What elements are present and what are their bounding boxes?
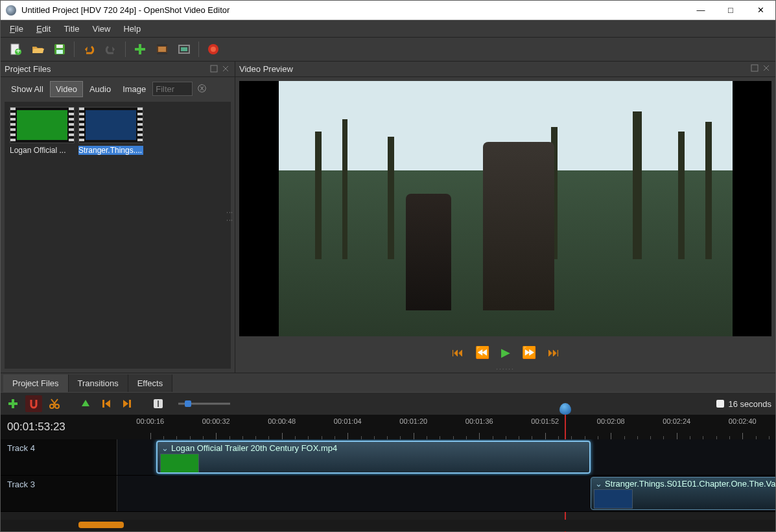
rewind-button[interactable]: ⏪ [475,345,489,360]
window-title: Untitled Project [HDV 720 24p] - OpenSho… [21,5,686,15]
svg-rect-17 [751,65,758,71]
svg-rect-13 [181,47,187,51]
next-marker-button[interactable] [119,395,135,412]
titlebar: Untitled Project [HDV 720 24p] - OpenSho… [1,1,775,20]
play-button[interactable]: ▶ [501,345,510,360]
timeline-track[interactable]: Track 4⌄Logan Official Trailer 20th Cent… [1,439,775,476]
svg-rect-5 [56,50,63,54]
jump-end-button[interactable]: ⏭ [548,346,559,360]
menu-file[interactable]: File [3,21,30,36]
menu-title[interactable]: Title [57,21,86,36]
timeline-toolbar: 16 seconds [1,393,775,415]
prev-marker-button[interactable] [98,395,115,412]
svg-rect-22 [102,400,104,408]
menu-help[interactable]: Help [117,21,147,36]
minimize-button[interactable]: — [686,1,716,19]
playback-controls: ⏮ ⏪ ▶ ⏩ ⏭ [235,340,775,365]
tab-transitions[interactable]: Transitions [69,375,128,392]
ruler-tick-label: 00:02:24 [663,417,690,425]
svg-rect-4 [56,45,63,48]
import-files-button[interactable] [131,40,149,58]
ruler-tick-label: 00:01:52 [531,417,559,425]
add-track-button[interactable] [5,395,21,412]
add-marker-button[interactable] [77,395,94,412]
panel-drag-handle[interactable]: ⋮⋮ [226,209,233,225]
ruler-tick-label: 00:00:16 [136,417,164,425]
panel-close-icon[interactable] [762,64,771,73]
project-file-item[interactable]: Logan Official ... [10,107,75,155]
timeline-scrollbar[interactable] [1,520,775,531]
timeline-ruler[interactable]: 00:01:53:23 00:00:1600:00:3200:00:4800:0… [1,415,775,439]
fast-forward-button[interactable]: ⏩ [522,345,536,360]
bottom-tabs: Project Files Transitions Effects [1,373,775,392]
project-file-item[interactable]: Stranger.Things.... [78,107,143,155]
undock-icon[interactable] [210,65,219,74]
maximize-button[interactable]: □ [716,1,746,19]
track-header[interactable]: Track 4 [1,439,117,475]
clear-filter-icon[interactable]: ⓧ [198,83,206,95]
clip-label: Logan Official Trailer 20th Century FOX.… [171,443,337,453]
project-files-list[interactable]: Logan Official ...Stranger.Things.... [5,102,231,369]
zoom-slider[interactable] [178,399,230,408]
timeline-clip[interactable]: ⌄Stranger.Things.S01E01.Chapter.One.The.… [591,477,775,510]
svg-rect-9 [157,44,167,46]
menu-view[interactable]: View [86,21,117,36]
close-button[interactable]: ✕ [746,1,775,19]
app-icon [6,5,16,16]
open-project-button[interactable] [29,40,47,58]
undock-icon[interactable] [751,64,760,73]
project-files-title: Project Files [5,64,51,74]
filter-audio[interactable]: Audio [84,82,116,97]
svg-rect-11 [158,47,166,52]
choose-profile-button[interactable] [153,40,171,58]
snap-button[interactable] [25,395,42,412]
timeline-clip[interactable]: ⌄Logan Official Trailer 20th Century FOX… [156,441,591,474]
scrollbar-thumb[interactable] [78,522,124,528]
jump-start-button[interactable]: ⏮ [452,346,464,360]
project-file-thumb [78,107,143,143]
menu-edit[interactable]: Edit [30,21,57,36]
track-header[interactable]: Track 3 [1,476,117,511]
new-project-button[interactable]: + [6,40,25,58]
menu-edit-label: dit [42,24,51,34]
app-window: Untitled Project [HDV 720 24p] - OpenSho… [0,0,776,532]
filter-video[interactable]: Video [50,81,83,97]
timeline-tracks[interactable]: Track 4⌄Logan Official Trailer 20th Cent… [1,439,775,520]
panel-close-icon[interactable] [222,65,231,74]
ruler-tick-label: 00:00:48 [268,417,296,425]
filter-image[interactable]: Image [117,82,151,97]
razor-button[interactable] [46,395,63,412]
project-file-label: Logan Official ... [10,146,75,155]
playhead-handle-icon[interactable] [559,403,571,415]
export-video-button[interactable] [204,40,222,58]
filter-input[interactable] [152,82,193,96]
center-playhead-button[interactable] [150,395,167,412]
ruler-tick-label: 00:00:32 [202,417,230,425]
menu-file-label: ile [15,24,23,34]
timeline-track[interactable]: Track 3⌄Stranger.Things.S01E01.Chapter.O… [1,476,775,512]
main-toolbar: + [1,37,775,62]
clip-expand-icon[interactable]: ⌄ [595,479,602,489]
splitter-handle[interactable]: ······ [235,365,775,373]
save-project-button[interactable] [51,40,69,58]
project-files-panel: Project Files Show All Video Audio Image… [1,62,235,373]
clip-label: Stranger.Things.S01E01.Chapter.One.The.V… [605,479,775,489]
track-body[interactable]: ⌄Logan Official Trailer 20th Century FOX… [117,439,775,475]
redo-button[interactable] [102,40,120,58]
tab-project-files[interactable]: Project Files [3,375,69,392]
preview-viewport[interactable] [239,81,771,336]
project-file-thumb [10,107,75,143]
clip-expand-icon[interactable]: ⌄ [161,443,169,453]
svg-rect-28 [716,400,724,408]
clip-thumb [594,489,633,509]
ruler-tick-label: 00:02:40 [729,417,757,425]
menubar: File Edit Title View Help [1,20,775,37]
filter-show-all[interactable]: Show All [6,82,49,97]
clip-thumb [160,454,199,473]
timeline-panel: 16 seconds 00:01:53:23 00:00:1600:00:320… [1,392,775,531]
timeline-current-time: 00:01:53:23 [1,421,117,434]
tab-effects[interactable]: Effects [128,375,173,392]
undo-button[interactable] [80,40,98,58]
track-body[interactable]: ⌄Stranger.Things.S01E01.Chapter.One.The.… [117,476,775,511]
fullscreen-button[interactable] [175,40,193,58]
